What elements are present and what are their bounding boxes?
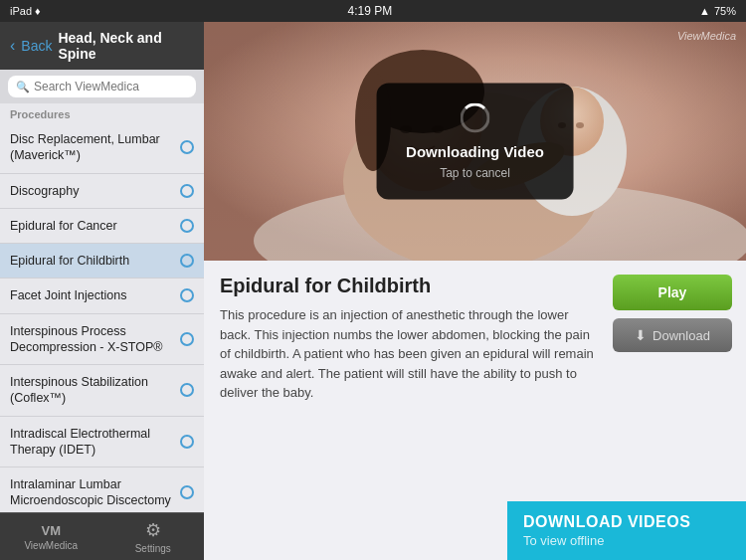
nav-settings-label: Settings	[135, 543, 171, 554]
sidebar-item-label-discography: Discography	[10, 183, 180, 199]
sidebar-item-dot-intradiscal	[180, 435, 194, 449]
nav-settings[interactable]: ⚙ Settings	[102, 513, 205, 560]
sidebar-item-label-epidural-cancer: Epidural for Cancer	[10, 218, 180, 234]
sidebar-item-discography[interactable]: Discography	[0, 174, 204, 209]
status-time: 4:19 PM	[348, 4, 393, 18]
viewmedica-icon: VM	[42, 523, 62, 538]
nav-viewmedica-label: ViewMedica	[24, 540, 78, 551]
sidebar-item-disc-replacement[interactable]: Disc Replacement, Lumbar (Maverick™)	[0, 122, 204, 174]
play-button[interactable]: Play	[613, 275, 732, 310]
sidebar-title: Head, Neck and Spine	[58, 30, 194, 62]
download-dialog-subtitle[interactable]: Tap to cancel	[440, 166, 510, 180]
status-right: ▲ 75%	[699, 5, 736, 17]
nav-viewmedica[interactable]: VM ViewMedica	[0, 513, 102, 560]
gear-icon: ⚙	[145, 519, 161, 541]
sidebar-item-intradiscal[interactable]: Intradiscal Electrothermal Therapy (IDET…	[0, 417, 204, 468]
content-body: Epidural for Childbirth This procedure i…	[204, 261, 746, 560]
back-label: Back	[21, 38, 52, 54]
sidebar-item-label-interspinous: Interspinous Process Decompression - X-S…	[10, 323, 180, 356]
sidebar: ‹ Back Head, Neck and Spine 🔍 Procedures…	[0, 22, 204, 560]
search-input[interactable]	[34, 80, 188, 93]
wifi-icon: ▲	[699, 5, 710, 17]
sidebar-item-label-intradiscal: Intradiscal Electrothermal Therapy (IDET…	[10, 426, 180, 459]
main-layout: ‹ Back Head, Neck and Spine 🔍 Procedures…	[0, 22, 746, 560]
sidebar-item-label-disc-replacement: Disc Replacement, Lumbar (Maverick™)	[10, 131, 180, 164]
download-icon: ⬇	[635, 327, 647, 343]
sidebar-item-dot-discography	[180, 184, 194, 198]
status-left: iPad ♦	[10, 5, 41, 17]
sidebar-item-interspinous[interactable]: Interspinous Process Decompression - X-S…	[0, 314, 204, 366]
battery-indicator: 75%	[714, 5, 736, 17]
back-arrow-icon[interactable]: ‹	[10, 37, 15, 55]
download-button[interactable]: ⬇ Download	[613, 318, 732, 352]
status-bar: iPad ♦ 4:19 PM ▲ 75%	[0, 0, 746, 22]
sidebar-item-dot-interspinous-stab	[180, 383, 194, 397]
sidebar-header[interactable]: ‹ Back Head, Neck and Spine	[0, 22, 204, 70]
sidebar-item-dot-disc-replacement	[180, 140, 194, 154]
bottom-nav: VM ViewMedica ⚙ Settings	[0, 512, 204, 560]
sidebar-item-dot-interspinous	[180, 332, 194, 346]
sidebar-item-interspinous-stab[interactable]: Interspinous Stabilization (Coflex™)	[0, 365, 204, 417]
download-dialog[interactable]: Downloading Video Tap to cancel	[376, 84, 574, 200]
sidebar-item-dot-intralaminar	[180, 485, 194, 499]
sidebar-item-dot-epidural-childbirth	[180, 254, 194, 268]
sidebar-item-epidural-childbirth[interactable]: Epidural for Childbirth	[0, 244, 204, 279]
content-description: This procedure is an injection of anesth…	[220, 305, 598, 403]
download-cta-subtitle: To view offline	[523, 533, 730, 548]
sidebar-item-dot-facet-joint	[180, 288, 194, 302]
download-dialog-title: Downloading Video	[406, 143, 544, 160]
sidebar-item-label-intralaminar: Intralaminar Lumbar Microendoscopic Disc…	[10, 476, 180, 509]
search-bar-container: 🔍	[0, 70, 204, 103]
download-button-label: Download	[653, 328, 710, 343]
sidebar-item-intralaminar[interactable]: Intralaminar Lumbar Microendoscopic Disc…	[0, 467, 204, 512]
sidebar-list: Disc Replacement, Lumbar (Maverick™)Disc…	[0, 122, 204, 512]
search-input-wrap[interactable]: 🔍	[8, 76, 196, 97]
download-cta-banner[interactable]: DOWNLOAD VIDEOS To view offline	[507, 501, 746, 560]
procedures-label: Procedures	[0, 103, 204, 122]
download-cta-title: DOWNLOAD VIDEOS	[523, 513, 730, 531]
content-area: ViewMedica Downloading Video Tap to canc…	[204, 22, 746, 560]
sidebar-item-facet-joint[interactable]: Facet Joint Injections	[0, 279, 204, 313]
device-label: iPad ♦	[10, 5, 41, 17]
sidebar-item-dot-epidural-cancer	[180, 219, 194, 233]
sidebar-item-label-facet-joint: Facet Joint Injections	[10, 287, 180, 303]
download-spinner-icon	[460, 103, 489, 133]
video-thumbnail[interactable]: ViewMedica Downloading Video Tap to canc…	[204, 22, 746, 261]
video-watermark: ViewMedica	[677, 30, 736, 42]
sidebar-item-epidural-cancer[interactable]: Epidural for Cancer	[0, 209, 204, 244]
sidebar-item-label-epidural-childbirth: Epidural for Childbirth	[10, 253, 180, 269]
sidebar-item-label-interspinous-stab: Interspinous Stabilization (Coflex™)	[10, 374, 180, 407]
search-icon: 🔍	[16, 81, 30, 93]
action-buttons: Play ⬇ Download	[613, 275, 732, 352]
